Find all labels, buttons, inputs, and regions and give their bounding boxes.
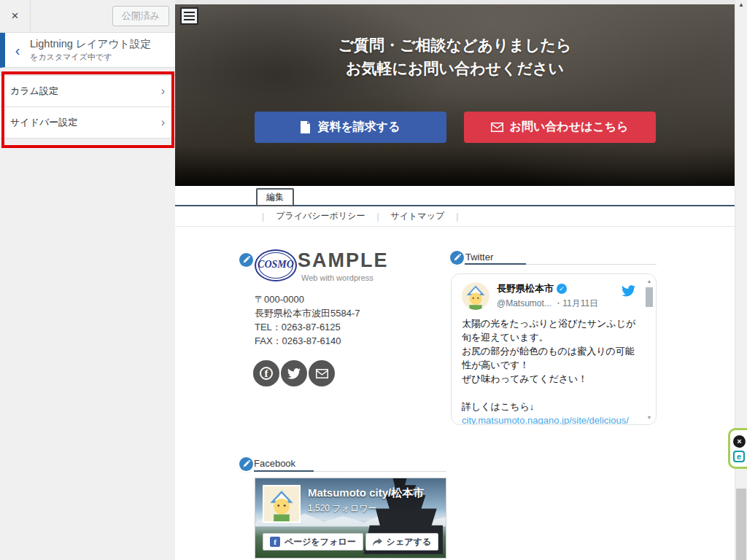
edit-facebook-widget-button[interactable]	[239, 457, 253, 471]
settings-menu: カラム設定 › サイドバー設定 ›	[0, 75, 175, 139]
email-social-button[interactable]	[309, 360, 335, 386]
window-scrollbar[interactable]: ▲	[735, 0, 747, 560]
tweet-text: 太陽の光をたっぷりと浴びたサンふじが旬を迎えています。 お尻の部分が飴色のものは…	[462, 316, 637, 425]
scroll-down-icon[interactable]: ▼	[645, 415, 654, 420]
scroll-up-icon[interactable]: ▲	[645, 279, 654, 284]
hero-heading: ご質問・ご相談などありましたら お気軽にお問い合わせください	[175, 34, 735, 80]
tweet-text-line: お尻の部分が飴色のものは蜜入りの可能性が高いです！	[462, 344, 637, 372]
request-documents-label: 資料を請求する	[317, 120, 400, 135]
tweet-text-line: 詳しくはこちら↓	[462, 400, 637, 413]
request-documents-button[interactable]: 資料を請求する	[255, 112, 446, 143]
customizer-sidebar: × 公開済み ‹ Lightning レイアウト設定 をカスタマイズ中です カラ…	[0, 0, 175, 560]
logo-mark-text: COSMO	[255, 259, 297, 271]
facebook-share-button[interactable]: シェアする	[365, 533, 438, 551]
facebook-title-underline-accent	[254, 470, 314, 472]
panel-header: ‹ Lightning レイアウト設定 をカスタマイズ中です	[0, 33, 175, 68]
company-address-block: 〒000-0000 長野県松本市波田5584-7 TEL：0263-87-612…	[255, 292, 360, 348]
pencil-icon	[242, 460, 250, 468]
facebook-follow-button[interactable]: f ページをフォロー	[263, 533, 363, 551]
twitter-logo-icon[interactable]	[622, 285, 635, 297]
extension-overlay-badge: × e	[728, 428, 747, 469]
window-scrollbar-thumb[interactable]	[736, 489, 746, 560]
hero-section: ご質問・ご相談などありましたら お気軽にお問い合わせください 資料を請求する お…	[175, 4, 735, 186]
chevron-right-icon: ›	[161, 85, 165, 98]
facebook-icon: f	[270, 537, 280, 547]
twitter-avatar[interactable]	[462, 282, 489, 310]
facebook-followers-count: 1,520 フォロワー	[308, 502, 377, 515]
company-logo-tagline: Web with wordpress	[301, 273, 374, 282]
tweet-scrollbar-thumb[interactable]	[646, 287, 653, 307]
contact-label: お問い合わせはこちら	[510, 120, 629, 135]
pencil-icon	[453, 254, 461, 262]
tweet-text-line	[462, 386, 637, 400]
tweet-text-line: 太陽の光をたっぷりと浴びたサンふじが旬を迎えています。	[462, 316, 637, 344]
nav-separator: |	[262, 211, 264, 222]
facebook-page-avatar[interactable]	[263, 485, 301, 523]
edit-button[interactable]: 編集	[256, 188, 294, 206]
twitter-title-underline-accent	[465, 263, 526, 265]
twitter-widget-title: Twitter	[465, 252, 493, 262]
close-customizer-button[interactable]: ×	[0, 0, 31, 33]
footer-nav: | プライバシーポリシー | サイトマップ |	[250, 210, 470, 222]
scroll-up-icon[interactable]: ▲	[735, 1, 747, 8]
menu-item-label: カラム設定	[10, 85, 58, 98]
hero-heading-line1: ご質問・ご相談などありましたら	[175, 34, 735, 57]
back-button[interactable]: ‹	[5, 43, 30, 58]
facebook-page-card: Matsumoto city/松本市 1,520 フォロワー f ページをフォロ…	[255, 478, 446, 559]
document-icon	[300, 121, 311, 133]
close-icon: ×	[737, 437, 741, 446]
publish-button[interactable]: 公開済み	[112, 6, 169, 26]
extension-close-button[interactable]: ×	[733, 435, 746, 448]
twitter-timeline-card: 長野県松本市 ✓ @Matsumot... ・11月11日 太陽の光をたっぷりと…	[451, 273, 657, 425]
customizer-topbar: × 公開済み	[0, 0, 175, 33]
menu-item-sidebar-settings[interactable]: サイドバー設定 ›	[0, 107, 175, 139]
edit-twitter-widget-button[interactable]	[450, 251, 464, 265]
twitter-account-meta: @Matsumot... ・11月11日	[497, 298, 598, 310]
close-icon: ×	[12, 9, 19, 23]
nav-separator: |	[376, 211, 379, 222]
nav-separator: |	[456, 211, 458, 222]
facebook-icon: f	[265, 368, 268, 380]
menu-toggle-button[interactable]	[180, 7, 198, 25]
menu-item-label: サイドバー設定	[10, 116, 77, 129]
tweet-header: 長野県松本市 ✓ @Matsumot... ・11月11日	[462, 282, 637, 310]
envelope-icon	[491, 122, 503, 132]
nav-link-privacy-policy[interactable]: プライバシーポリシー	[276, 210, 365, 222]
tweet-scrollbar: ▲ ▼	[645, 279, 654, 420]
share-arrow-icon	[373, 538, 382, 546]
fax-number: FAX：0263-87-6140	[255, 334, 360, 348]
e-logo: e	[737, 452, 741, 461]
panel-title: Lightning レイアウト設定	[30, 37, 151, 50]
pencil-icon	[242, 256, 250, 264]
facebook-social-button[interactable]: f	[253, 360, 279, 386]
company-logo-name: SAMPLE	[298, 249, 389, 272]
company-logo-mark: COSMO	[255, 249, 297, 281]
back-chevron-icon: ‹	[15, 42, 20, 58]
twitter-icon	[287, 368, 301, 379]
follow-label: ページをフォロー	[285, 536, 356, 548]
hero-heading-line2: お気軽にお問い合わせください	[175, 57, 735, 80]
contact-button[interactable]: お問い合わせはこちら	[464, 112, 656, 143]
share-label: シェアする	[387, 536, 431, 548]
facebook-widget-title: Facebook	[254, 458, 295, 469]
hero-buttons-row: 資料を請求する お問い合わせはこちら	[175, 112, 735, 143]
footer-nav-bottom-border	[175, 226, 735, 227]
edit-logo-widget-button[interactable]	[239, 253, 253, 267]
twitter-account-name[interactable]: 長野県松本市	[497, 282, 554, 295]
tel-number: TEL：0263-87-6125	[255, 320, 360, 334]
social-icons-row: f	[253, 360, 335, 386]
facebook-page-name[interactable]: Matsumoto city/松本市	[308, 486, 424, 500]
postal-code: 〒000-0000	[255, 292, 360, 306]
verified-badge-icon: ✓	[557, 284, 567, 294]
chevron-right-icon: ›	[161, 116, 165, 129]
nav-link-sitemap[interactable]: サイトマップ	[391, 210, 445, 222]
site-preview: ご質問・ご相談などありましたら お気軽にお問い合わせください 資料を請求する お…	[175, 0, 747, 560]
envelope-icon	[316, 369, 328, 378]
street-address: 長野県松本市波田5584-7	[255, 306, 360, 320]
panel-subtitle: をカスタマイズ中です	[30, 52, 151, 63]
extension-logo-icon[interactable]: e	[733, 451, 745, 462]
tweet-link[interactable]: city.matsumoto.nagano.jp/site/delicious/	[462, 413, 637, 425]
twitter-social-button[interactable]	[281, 360, 307, 386]
tweet-text-line: ぜひ味わってみてください！	[462, 372, 637, 386]
menu-item-column-settings[interactable]: カラム設定 ›	[0, 76, 175, 107]
